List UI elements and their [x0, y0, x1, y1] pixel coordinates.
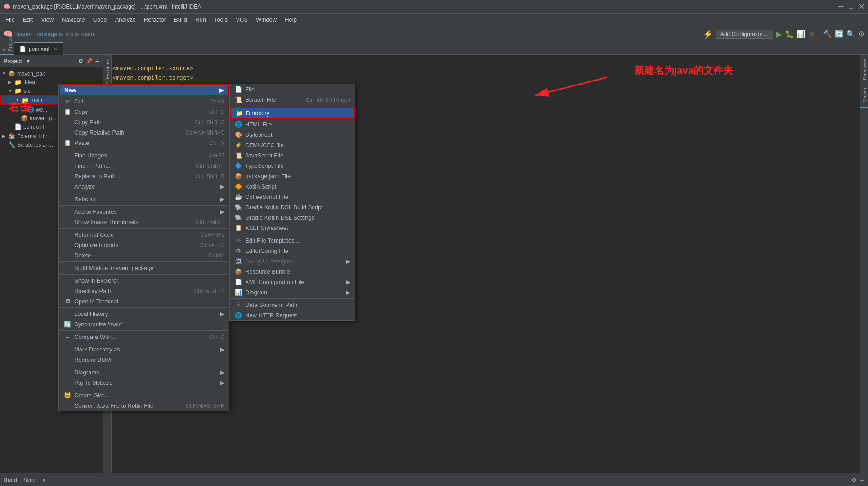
sm-editorconfig[interactable]: ⚙ EditorConfig File [230, 246, 355, 256]
history-arrow-icon: ▶ [220, 310, 224, 317]
search-toolbar-icon[interactable]: 🔍 [846, 30, 855, 38]
menu-item-navigate[interactable]: Navigate [58, 15, 88, 24]
window-controls[interactable]: ─ □ ✕ [838, 2, 864, 11]
context-menu-optimize[interactable]: Optimize Imports Ctrl+Alt+O [59, 240, 229, 250]
pom-xml-tab[interactable]: 📄 pom.xml ✕ [14, 42, 63, 55]
menu-item-edit[interactable]: Edit [19, 15, 36, 24]
context-menu-compare[interactable]: ↔ Compare With... Ctrl+D [59, 332, 229, 342]
menu-item-file[interactable]: File [2, 15, 18, 24]
context-menu-build[interactable]: Build Module 'maven_package' [59, 263, 229, 273]
menu-item-refactor[interactable]: Refactor [140, 15, 170, 24]
sm-edit-templates[interactable]: ✏ Edit File Templates... [230, 235, 355, 246]
sm-file[interactable]: 📄 File [230, 84, 355, 94]
context-menu-delete[interactable]: Delete... Delete [59, 250, 229, 261]
sm-html[interactable]: 🌐 HTML File [230, 119, 355, 130]
sync-icon[interactable]: 🔄 [835, 30, 844, 38]
close-btn[interactable]: ✕ [859, 2, 864, 11]
breadcrumb-src[interactable]: src [65, 31, 73, 37]
context-menu-gist[interactable]: 🐱 Create Gist... [59, 390, 229, 400]
sm-directory[interactable]: 📁 Directory [230, 107, 355, 119]
context-menu-replace-path[interactable]: Replace in Path... Ctrl+Shift+R [59, 171, 229, 181]
context-menu-copy-rel[interactable]: Copy Relative Path Ctrl+Alt+Shift+C [59, 127, 229, 138]
pin-icon[interactable]: 📌 [86, 58, 93, 64]
close-tab-icon[interactable]: ✕ [54, 46, 57, 51]
add-config-button[interactable]: Add Configuration... [716, 30, 773, 39]
debug-icon[interactable]: 🐛 [785, 30, 794, 38]
context-menu-favorites[interactable]: Add to Favorites ▶ [59, 207, 229, 217]
submenu-new[interactable]: 📄 File 📜 Scratch File Ctrl+Alt+Shift+Ins… [229, 84, 355, 321]
menu-item-help[interactable]: Help [281, 15, 300, 24]
context-menu-terminal[interactable]: 🖥 Open in Terminal [59, 296, 229, 306]
context-menu-paste[interactable]: 📋 Paste Ctrl+V [59, 138, 229, 148]
menu-item-window[interactable]: Window [252, 15, 280, 24]
menu-item-analyze[interactable]: Analyze [112, 15, 139, 24]
close-bottom-icon[interactable]: ✕ [42, 477, 46, 483]
settings-toolbar-icon[interactable]: ⚙ [858, 30, 864, 38]
coverage-icon[interactable]: 📊 [796, 30, 805, 38]
context-menu-mybatis[interactable]: Ptg To Mybatis ▶ [59, 378, 229, 388]
context-menu-cut[interactable]: ✂ Cut Ctrl+X [59, 96, 229, 107]
context-menu-reformat[interactable]: Reformat Code Ctrl+Alt+L [59, 230, 229, 240]
sync-tab-label[interactable]: Sync [23, 477, 36, 483]
context-menu-diagrams[interactable]: Diagrams ▶ [59, 367, 229, 378]
context-menu-convert-kotlin[interactable]: Convert Java File to Kotlin File Ctrl+Al… [59, 400, 229, 411]
delete-label: Delete... [74, 252, 200, 259]
stop-icon[interactable]: ⏹ [808, 30, 815, 38]
sm-swing[interactable]: 🖼 Swing UI Designer ▶ [230, 256, 355, 266]
context-menu-new-header[interactable]: New ▶ [59, 84, 229, 96]
breadcrumb-main[interactable]: main [81, 31, 94, 37]
sm-http[interactable]: 🌐 New HTTP Request [230, 310, 355, 320]
sm-coffee[interactable]: ☕ CoffeeScript File [230, 192, 355, 202]
context-menu-refactor[interactable]: Refactor ▶ [59, 194, 229, 204]
minimize-panel-icon[interactable]: ─ [95, 58, 99, 64]
build-icon[interactable]: 🔨 [823, 30, 832, 38]
sm-xml[interactable]: 📄 XML Configuration File ▶ [230, 277, 355, 287]
sm-pkg-json[interactable]: 📦 package.json File [230, 171, 355, 181]
menu-item-tools[interactable]: Tools [210, 15, 231, 24]
project-tab[interactable]: 1: Project [0, 42, 14, 55]
menu-item-run[interactable]: Run [192, 15, 210, 24]
context-menu-thumbnails[interactable]: Show Image Thumbnails Ctrl+Shift+T [59, 217, 229, 227]
sm-gradle-build[interactable]: 🐘 Gradle Kotlin DSL Build Script [230, 202, 355, 212]
context-menu-find-path[interactable]: Find in Path... Ctrl+Shift+F [59, 161, 229, 171]
context-menu-copy-path[interactable]: Copy Path Ctrl+Shift+C [59, 117, 229, 127]
sm-xslt[interactable]: 📋 XSLT Stylesheet [230, 223, 355, 233]
context-menu-local-history[interactable]: Local History ▶ [59, 309, 229, 319]
context-menu-sync[interactable]: 🔄 Synchronize 'main' [59, 319, 229, 329]
folder-icon: 📁 [14, 87, 22, 94]
context-menu-mark-dir[interactable]: Mark Directory as ▶ [59, 344, 229, 355]
tree-item-maven-package[interactable]: ▼ 📦 maven_pak [0, 69, 103, 78]
menu-item-vcs[interactable]: VCS [232, 15, 251, 24]
sm-ts[interactable]: 🔷 TypeScript File [230, 161, 355, 171]
context-menu-find-usages[interactable]: Find Usages Alt+F7 [59, 150, 229, 161]
sm-diagram[interactable]: 📊 Diagram ▶ [230, 287, 355, 297]
sm-js[interactable]: 📜 JavaScript File [230, 150, 355, 161]
minimize-btn[interactable]: ─ [838, 2, 843, 11]
sm-scratch[interactable]: 📜 Scratch File Ctrl+Alt+Shift+Insert [230, 94, 355, 105]
context-menu-copy[interactable]: 📋 Copy Ctrl+C [59, 107, 229, 117]
context-menu-show-explorer[interactable]: Show in Explorer [59, 275, 229, 286]
sm-datasource[interactable]: 🗄 Data Source in Path [230, 300, 355, 310]
database-tab[interactable]: Database [861, 55, 868, 84]
run-icon[interactable]: ▶ [776, 29, 782, 39]
gear-icon[interactable]: ⚙ [78, 58, 83, 64]
breadcrumb-project[interactable]: maven_package [14, 31, 57, 37]
context-menu-remove-bom[interactable]: Remove BOM [59, 355, 229, 365]
maven-tab[interactable]: Maven [861, 84, 868, 106]
context-menu-analyze[interactable]: Analyze ▶ [59, 181, 229, 192]
context-menu-dir-path[interactable]: Directory Path Ctrl+Alt+F12 [59, 286, 229, 296]
sm-resource[interactable]: 📦 Resource Bundle [230, 266, 355, 277]
sm-stylesheet[interactable]: 🎨 Stylesheet [230, 130, 355, 140]
project-dropdown-icon[interactable]: ▼ [26, 58, 31, 64]
analyze-arrow-icon: ▶ [220, 183, 224, 190]
sm-kotlin[interactable]: 🔶 Kotlin Script [230, 181, 355, 192]
sm-cfml[interactable]: ⚡ CFML/CFC file [230, 140, 355, 150]
menu-item-build[interactable]: Build [170, 15, 191, 24]
maximize-btn[interactable]: □ [849, 2, 853, 11]
menu-item-code[interactable]: Code [89, 15, 111, 24]
collapse-bottom-icon[interactable]: ─ [860, 477, 864, 483]
context-menu[interactable]: New ▶ ✂ Cut Ctrl+X 📋 Copy Ctrl+C Copy Pa… [58, 84, 229, 411]
menu-item-view[interactable]: View [37, 15, 57, 24]
sm-gradle-settings[interactable]: 🐘 Gradle Kotlin DSL Settings [230, 212, 355, 223]
gear-bottom-icon[interactable]: ⚙ [851, 477, 857, 483]
